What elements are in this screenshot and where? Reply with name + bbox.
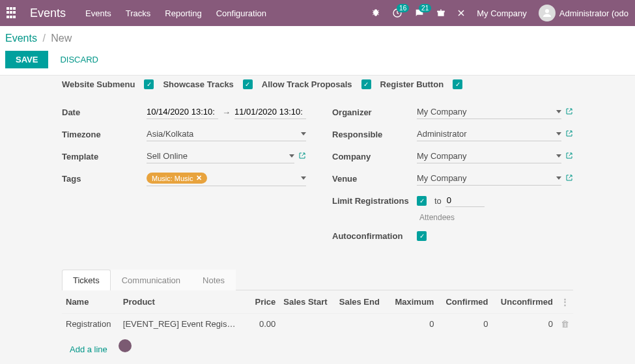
template-label: Template bbox=[62, 152, 147, 161]
menu-reporting[interactable]: Reporting bbox=[165, 8, 201, 18]
cell-sales-end[interactable] bbox=[335, 314, 388, 335]
chevron-down-icon bbox=[556, 154, 561, 158]
breadcrumb: Events / New bbox=[5, 33, 630, 44]
right-column: Organizer My Company Responsible Adminis… bbox=[332, 104, 573, 249]
delete-row-icon[interactable]: 🗑 bbox=[557, 314, 573, 335]
organizer-label: Organizer bbox=[332, 107, 417, 117]
limit-value-input[interactable] bbox=[445, 194, 485, 207]
venue-label: Venue bbox=[332, 174, 417, 184]
cell-product[interactable]: [EVENT_REG] Event Regis… bbox=[119, 314, 249, 335]
company-label: Company bbox=[332, 152, 417, 161]
chevron-down-icon bbox=[556, 110, 561, 113]
chevron-down-icon bbox=[556, 176, 561, 180]
responsible-select[interactable]: Administrator bbox=[417, 127, 561, 141]
menu-tracks[interactable]: Tracks bbox=[126, 8, 151, 18]
register-button-label: Register Button bbox=[380, 79, 444, 89]
cell-sales-start[interactable] bbox=[279, 314, 335, 335]
external-link-icon[interactable] bbox=[565, 130, 573, 139]
col-price: Price bbox=[249, 290, 279, 314]
showcase-tracks-checkbox[interactable]: ✓ bbox=[243, 79, 253, 89]
limit-reg-label: Limit Registrations bbox=[332, 196, 417, 206]
organizer-select[interactable]: My Company bbox=[417, 105, 561, 119]
save-button[interactable]: SAVE bbox=[5, 51, 48, 68]
breadcrumb-current: New bbox=[51, 33, 72, 44]
venue-select[interactable]: My Company bbox=[417, 171, 561, 186]
cell-confirmed[interactable]: 0 bbox=[438, 314, 492, 335]
clock-badge: 16 bbox=[397, 4, 409, 12]
tickets-table: Name Product Price Sales Start Sales End… bbox=[62, 290, 573, 364]
cell-price[interactable]: 0.00 bbox=[249, 314, 279, 335]
tag-music[interactable]: Music: Music ✕ bbox=[147, 173, 207, 184]
brand: Events bbox=[30, 7, 66, 20]
timezone-label: Timezone bbox=[62, 130, 147, 139]
notebook-tabs: Tickets Communication Notes bbox=[62, 269, 573, 290]
clock-icon[interactable]: 16 bbox=[392, 8, 402, 18]
pointer-indicator bbox=[119, 339, 132, 352]
allow-proposals-label: Allow Track Proposals bbox=[262, 79, 352, 89]
company-menu[interactable]: My Company bbox=[477, 8, 527, 18]
discard-button[interactable]: DISCARD bbox=[60, 55, 98, 64]
control-panel: Events / New SAVE DISCARD bbox=[0, 26, 635, 76]
cell-unconfirmed[interactable]: 0 bbox=[492, 314, 557, 335]
tab-notes[interactable]: Notes bbox=[191, 270, 236, 290]
form-view: Website Submenu ✓ Showcase Tracks ✓ Allo… bbox=[0, 76, 635, 364]
breadcrumb-root[interactable]: Events bbox=[5, 33, 37, 44]
col-menu-icon[interactable]: ⋮ bbox=[557, 290, 573, 314]
tab-communication[interactable]: Communication bbox=[111, 270, 191, 290]
bug-icon[interactable] bbox=[371, 8, 380, 18]
external-link-icon[interactable] bbox=[565, 152, 573, 161]
col-name: Name bbox=[62, 290, 119, 314]
left-column: Date → Timezone Asia/Kolkata Template Se… bbox=[62, 104, 306, 249]
chevron-down-icon bbox=[301, 132, 306, 135]
cell-maximum[interactable]: 0 bbox=[388, 314, 438, 335]
company-select[interactable]: My Company bbox=[417, 149, 561, 163]
chat-badge: 21 bbox=[419, 4, 431, 12]
autoconf-checkbox[interactable]: ✓ bbox=[417, 231, 427, 241]
template-select[interactable]: Sell Online bbox=[147, 149, 294, 163]
limit-reg-checkbox[interactable]: ✓ bbox=[417, 196, 427, 206]
col-sales-end: Sales End bbox=[335, 290, 388, 314]
col-product: Product bbox=[119, 290, 249, 314]
close-icon[interactable] bbox=[457, 9, 465, 17]
autoconf-label: Autoconfirmation bbox=[332, 231, 417, 241]
website-submenu-label: Website Submenu bbox=[62, 79, 135, 89]
col-confirmed: Confirmed bbox=[438, 290, 492, 314]
date-start-input[interactable] bbox=[147, 105, 218, 119]
date-end-input[interactable] bbox=[234, 105, 306, 119]
tags-label: Tags bbox=[62, 174, 147, 184]
user-menu[interactable]: Administrator (odo bbox=[539, 5, 628, 21]
showcase-tracks-label: Showcase Tracks bbox=[163, 79, 233, 89]
col-maximum: Maximum bbox=[388, 290, 438, 314]
feature-toggle-row: Website Submenu ✓ Showcase Tracks ✓ Allo… bbox=[62, 76, 573, 96]
gift-icon[interactable] bbox=[436, 8, 445, 18]
arrow-right-icon: → bbox=[222, 107, 231, 117]
chat-icon[interactable]: 21 bbox=[414, 8, 425, 18]
table-row[interactable]: Registration [EVENT_REG] Event Regis… 0.… bbox=[62, 314, 573, 335]
limit-to-text: to bbox=[434, 196, 442, 206]
chevron-down-icon bbox=[301, 176, 306, 180]
menu-configuration[interactable]: Configuration bbox=[216, 8, 266, 18]
cell-name[interactable]: Registration bbox=[62, 314, 119, 335]
svg-point-1 bbox=[545, 9, 549, 13]
timezone-select[interactable]: Asia/Kolkata bbox=[147, 127, 306, 141]
external-link-icon[interactable] bbox=[565, 107, 573, 117]
topbar: Events Events Tracks Reporting Configura… bbox=[0, 0, 635, 26]
attendees-hint: Attendees bbox=[419, 213, 455, 222]
website-submenu-checkbox[interactable]: ✓ bbox=[144, 79, 154, 89]
external-link-icon[interactable] bbox=[298, 152, 306, 161]
main-menu: Events Tracks Reporting Configuration bbox=[85, 8, 266, 18]
responsible-label: Responsible bbox=[332, 130, 417, 139]
add-line-button[interactable]: Add a line bbox=[66, 342, 111, 357]
col-sales-start: Sales Start bbox=[279, 290, 335, 314]
menu-events[interactable]: Events bbox=[85, 8, 111, 18]
chevron-down-icon bbox=[556, 132, 561, 135]
avatar-icon bbox=[539, 5, 556, 21]
allow-proposals-checkbox[interactable]: ✓ bbox=[361, 79, 371, 89]
external-link-icon[interactable] bbox=[565, 174, 573, 184]
tab-tickets[interactable]: Tickets bbox=[62, 270, 111, 290]
tag-remove-icon[interactable]: ✕ bbox=[196, 174, 202, 182]
apps-icon[interactable] bbox=[7, 7, 18, 19]
register-button-checkbox[interactable]: ✓ bbox=[453, 79, 462, 89]
chevron-down-icon bbox=[289, 154, 294, 158]
tags-input[interactable]: Music: Music ✕ bbox=[147, 171, 306, 186]
